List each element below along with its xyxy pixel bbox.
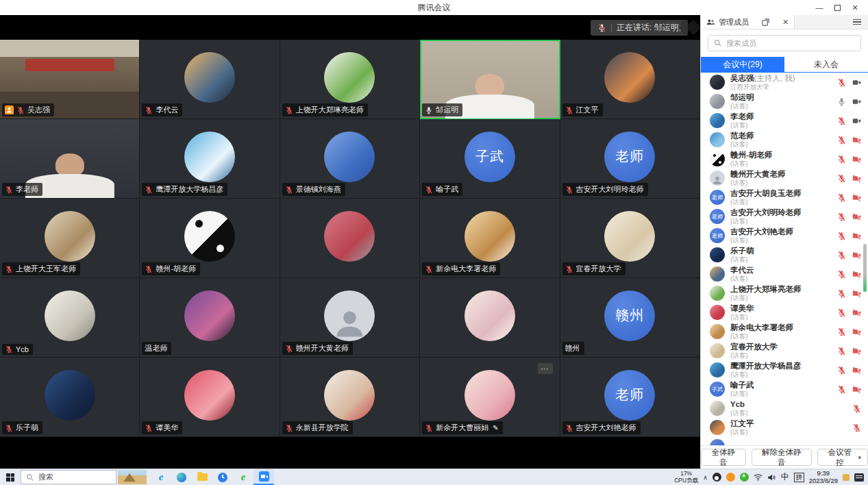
member-row[interactable]: 邹运明(访客) — [701, 92, 868, 111]
member-row[interactable]: 江文平(访客) — [701, 418, 868, 437]
edit-name-icon[interactable]: ✎ — [493, 424, 498, 432]
person-icon — [712, 175, 723, 186]
member-row[interactable]: 鹰潭开放大学杨昌彦(访客) — [701, 360, 868, 380]
video-tile-zouyunming[interactable]: 邹运明 — [420, 40, 560, 119]
tab-manage-members[interactable]: 管理成员 ✕ — [701, 15, 795, 29]
video-tile-lishu[interactable]: 新余电大李署老师 — [420, 199, 560, 278]
video-tile-wenlaoshi[interactable]: 温老师 — [140, 278, 280, 358]
member-row[interactable]: 子武喻子武(访客) — [701, 380, 868, 399]
camera-off-icon — [852, 155, 861, 164]
mute-all-button[interactable]: 全体静音 — [701, 449, 746, 466]
unmute-all-button[interactable]: 解除全体静音 — [752, 449, 812, 466]
video-tile-jiangwenping[interactable]: 江文平 — [560, 40, 700, 119]
video-tile-yongxin[interactable]: 永新县开放学院 — [280, 358, 420, 437]
tray-icon-green-plus[interactable] — [740, 473, 749, 482]
avatar — [464, 290, 515, 341]
network-icon[interactable] — [754, 473, 762, 481]
member-row[interactable]: Ycb(访客) — [701, 399, 868, 418]
video-tile-ganzhou[interactable]: 赣州赣州 — [560, 278, 700, 358]
browser-360-icon: e — [241, 471, 246, 483]
tray-icon-square[interactable] — [843, 474, 850, 481]
video-tile-yuziwu[interactable]: 子武喻子武 — [420, 119, 560, 199]
popout-icon[interactable] — [762, 18, 769, 26]
meeting-control-button[interactable]: 会议管控 ▾ — [817, 449, 868, 466]
taskbar-search-placeholder: 搜索 — [38, 472, 53, 482]
tab-not-joined[interactable]: 未入会 — [784, 57, 868, 72]
taskbar-search-input[interactable]: 搜索 — [21, 470, 116, 484]
video-tile-girl[interactable] — [420, 278, 560, 358]
video-tile-lidaiyun[interactable]: 李代云 — [140, 40, 280, 119]
participant-name: 赣州 — [565, 343, 580, 353]
video-tile-yichun[interactable]: 宜春开放大学 — [560, 199, 700, 278]
tencent-meeting-app-button[interactable] — [253, 469, 274, 485]
maximize-button[interactable] — [830, 1, 845, 14]
search-input[interactable]: 搜索成员 — [708, 35, 861, 51]
avatar — [464, 211, 515, 262]
member-row[interactable] — [701, 437, 868, 445]
ime-mode-indicator[interactable]: 拼 — [794, 473, 804, 482]
member-row[interactable]: 老师吉安开大刘艳老师(访客) — [701, 226, 868, 245]
member-row[interactable]: 上饶开大郑琳亮老师(访客) — [701, 284, 868, 303]
video-tile-lilaoshi[interactable]: 李老师 — [0, 119, 140, 199]
video-tile-lezimeng[interactable]: 乐子萌 — [0, 358, 140, 437]
member-row[interactable]: 乐子萌(访客) — [701, 245, 868, 264]
ime-language-indicator[interactable]: 中 — [781, 471, 789, 483]
panel-menu-icon[interactable] — [853, 19, 868, 25]
video-tile-caolijuan[interactable]: 新余开大曹丽娟✎⋯ — [420, 358, 560, 437]
mic-muted-icon — [837, 327, 846, 336]
member-list: 吴志强(主持人, 我)江西开放大学邹运明(访客)李老师(访客)范老师(访客)赣州… — [701, 73, 868, 445]
video-tile-liumingling[interactable]: 老师吉安开大刘明玲老师 — [560, 119, 700, 199]
video-tile-liuhaiyan[interactable]: 景德镇刘海燕 — [280, 119, 420, 199]
minimize-button[interactable]: — — [812, 1, 827, 14]
member-row[interactable]: 新余电大李署老师(访客) — [701, 322, 868, 341]
video-tile-yangchangyan[interactable]: 鹰潭开放大学杨昌彦 — [140, 119, 280, 199]
close-button[interactable]: ✕ — [847, 1, 863, 14]
member-row[interactable]: 赣州开大黄老师(访客) — [701, 169, 868, 188]
video-tile-liuyan[interactable]: 老师吉安开大刘艳老师 — [560, 358, 700, 437]
member-row[interactable]: 李代云(访客) — [701, 264, 868, 284]
member-row[interactable]: 谭美华(访客) — [701, 303, 868, 322]
member-row[interactable]: 老师吉安开大刘明玲老师(访客) — [701, 207, 868, 226]
mic-muted-icon — [565, 186, 573, 194]
edge-app-button[interactable] — [171, 469, 192, 485]
avatar — [45, 290, 95, 341]
taskbar-clock[interactable]: 9:39 2023/6/29 — [809, 470, 838, 485]
member-row[interactable]: 吴志强(主持人, 我)江西开放大学 — [701, 73, 868, 92]
member-status-icons — [837, 78, 863, 87]
video-tile-tanmeihua[interactable]: 谭美华 — [140, 358, 280, 437]
video-tile-ycb[interactable]: Ycb — [0, 278, 140, 358]
video-tile-huanglaoshi[interactable]: 赣州开大黄老师 — [280, 278, 420, 358]
tray-expand-button[interactable]: ∧ — [703, 474, 708, 481]
avatar — [184, 132, 235, 182]
panel-close-icon[interactable]: ✕ — [782, 18, 789, 27]
video-tile-blossom[interactable] — [280, 199, 420, 278]
volume-icon[interactable] — [767, 473, 776, 482]
member-subtitle: (访客) — [730, 390, 832, 397]
video-tile-ganzhou-hu[interactable]: 赣州-胡老师 — [140, 199, 280, 278]
member-row[interactable]: 李老师(访客) — [701, 111, 868, 130]
notification-center-button[interactable] — [854, 473, 864, 482]
qq-tray-icon[interactable] — [712, 473, 721, 482]
participant-name-label: 喻子武 — [422, 183, 462, 196]
member-row[interactable]: 赣州-胡老师(访客) — [701, 149, 868, 169]
ie-app-button[interactable]: e — [151, 469, 171, 485]
member-name: 赣州-胡老师 — [730, 151, 832, 159]
member-subtitle: (访客) — [730, 160, 832, 167]
video-tile-wangjun[interactable]: 上饶开大王军老师 — [0, 199, 140, 278]
video-tile-zhenglinliang[interactable]: 上饶开大郑琳亮老师 — [280, 40, 420, 119]
tray-icon-orange[interactable] — [726, 473, 735, 482]
cpu-load-widget[interactable]: 17% CPU负载 — [674, 471, 698, 484]
mic-muted-icon — [565, 106, 573, 114]
clock-app-button[interactable] — [212, 469, 233, 485]
browser-360-app-button[interactable]: e — [233, 469, 253, 485]
member-row[interactable]: 宜春开放大学(访客) — [701, 341, 868, 360]
member-row[interactable]: 范老师(访客) — [701, 130, 868, 149]
explorer-app-button[interactable] — [192, 469, 212, 485]
start-button[interactable] — [0, 469, 21, 485]
tile-more-button[interactable]: ⋯ — [538, 363, 553, 374]
video-tile-wuzhiqiang[interactable]: 吴志强 — [0, 40, 140, 119]
scrollbar[interactable] — [863, 244, 867, 292]
tab-in-meeting[interactable]: 会议中(29) — [701, 57, 784, 72]
desktop-thumbnail[interactable] — [118, 470, 147, 484]
member-row[interactable]: 老师吉安开大胡良玉老师(访客) — [701, 188, 868, 207]
